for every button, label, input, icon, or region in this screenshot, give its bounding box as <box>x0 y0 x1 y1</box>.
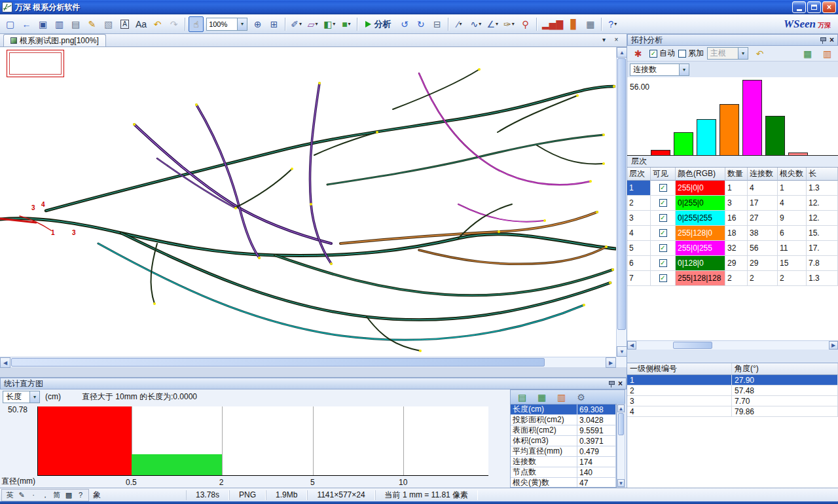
stats-row[interactable]: 节点数140 <box>511 467 616 478</box>
root-type-select[interactable]: 主根▾ <box>707 47 748 60</box>
topology-table-scrollbar[interactable]: ◀ ▶ <box>627 340 838 350</box>
stats-scrollbar[interactable]: ▲ ▼ <box>617 404 625 488</box>
tab-list-button[interactable]: ▾ <box>599 35 609 44</box>
stats-row[interactable]: 连接数174 <box>511 457 616 467</box>
topo-chart-icon[interactable]: ▥ <box>820 46 835 62</box>
grid-icon[interactable]: ▦ <box>583 16 598 32</box>
auto-checkbox[interactable]: ✓自动 <box>649 48 675 59</box>
undo-icon[interactable]: ↶ <box>150 16 165 32</box>
scroll-up-button[interactable]: ▲ <box>617 405 625 412</box>
topo-table-row[interactable]: 7✓255|128|1282221.3 <box>627 271 838 286</box>
scroll-left-button[interactable]: ◀ <box>627 341 636 350</box>
visible-checkbox[interactable]: ✓ <box>659 244 667 252</box>
ime-pen-button[interactable]: ✎ <box>16 490 27 500</box>
back-icon[interactable]: ← <box>19 16 34 32</box>
metric-select[interactable]: 连接数▾ <box>630 63 689 76</box>
angle-table-row[interactable]: 127.90 <box>627 375 838 386</box>
auto-checkbox-box[interactable]: ✓ <box>649 50 657 58</box>
scroll-up-button[interactable]: ▲ <box>617 47 627 58</box>
visible-checkbox[interactable]: ✓ <box>659 274 667 282</box>
angle-tool-icon[interactable]: ∠▾ <box>484 16 500 32</box>
save-icon[interactable]: ▣ <box>35 16 50 32</box>
chart-settings-icon[interactable]: ⚙ <box>574 389 589 405</box>
ime-toolbar[interactable]: 英✎·，简▩? <box>1 489 89 501</box>
topo-table-row[interactable]: 5✓255|0|25532561117. <box>627 241 838 256</box>
minimize-button[interactable] <box>792 1 806 13</box>
hand-tool-icon[interactable]: ☝ <box>189 16 204 32</box>
topo-table-row[interactable]: 2✓0|255|0317412. <box>627 196 838 211</box>
tab-close-button[interactable]: × <box>611 35 621 44</box>
save-as-icon[interactable]: ▥ <box>52 16 67 32</box>
maximize-button[interactable] <box>807 1 821 13</box>
stats-row[interactable]: 平均直径(mm)0.479 <box>511 446 616 457</box>
histogram-metric-select-arrow-icon[interactable]: ▾ <box>29 391 39 403</box>
vertical-scroll-thumb[interactable] <box>617 58 626 330</box>
stats-row[interactable]: 投影面积(cm2)3.0428 <box>511 415 616 425</box>
close-panel-button[interactable]: × <box>829 36 834 44</box>
zoom-dropdown-arrow-icon[interactable]: ▾ <box>237 18 247 30</box>
help-icon[interactable]: ?▾ <box>605 16 620 32</box>
visible-checkbox[interactable]: ✓ <box>659 214 667 222</box>
text-box-icon[interactable]: A <box>117 16 132 32</box>
ime-dot-button[interactable]: · <box>28 490 39 500</box>
ime-settings-button[interactable]: ? <box>75 490 86 500</box>
paste-icon[interactable]: ▧ <box>101 16 116 32</box>
accumulate-checkbox[interactable]: 累加 <box>678 48 704 59</box>
accumulate-checkbox-box[interactable] <box>678 50 686 58</box>
scroll-right-button[interactable]: ▶ <box>606 357 616 368</box>
ime-keyboard-button[interactable]: ▩ <box>64 490 74 500</box>
topo-table-row[interactable]: 1✓255|0|01411.3 <box>627 181 838 196</box>
stats-row[interactable]: 长度(cm)69.308 <box>511 405 616 415</box>
edit-pencil-icon[interactable]: ✎ <box>84 16 100 32</box>
analyze-button[interactable]: 分析 <box>361 16 395 32</box>
stats-row[interactable]: 表面积(cm2)9.5591 <box>511 425 616 436</box>
visible-checkbox[interactable]: ✓ <box>659 259 667 267</box>
redo-icon[interactable]: ↷ <box>166 16 181 32</box>
chart-icon[interactable]: ▊ <box>566 16 581 32</box>
rotate-right-icon[interactable]: ↻ <box>413 16 428 32</box>
stats-row[interactable]: 根尖(黄)数47 <box>511 478 616 488</box>
export-image-icon[interactable]: ▤ <box>515 389 530 405</box>
scroll-down-button[interactable]: ▼ <box>617 346 627 357</box>
visible-checkbox[interactable]: ✓ <box>659 229 667 237</box>
ime-lang-button[interactable]: 英 <box>5 490 15 500</box>
region-tool-icon[interactable]: ▱▾ <box>305 16 320 32</box>
pin-panel-button[interactable] <box>608 380 615 387</box>
topo-table-row[interactable]: 4✓255|128|01838615. <box>627 226 838 241</box>
canvas-vertical-scrollbar[interactable]: ▲ ▼ <box>616 47 627 357</box>
topo-undo-icon[interactable]: ↶ <box>752 46 767 62</box>
pin-panel-button[interactable] <box>820 37 827 44</box>
measure-tool-icon[interactable]: ✐▾ <box>289 16 304 32</box>
shape-tool-icon[interactable]: ■▾ <box>338 16 354 32</box>
scroll-thumb[interactable] <box>673 342 712 349</box>
zoom-fit-icon[interactable]: ⊞ <box>266 16 282 32</box>
curve-tool-icon[interactable]: ∿▾ <box>468 16 483 32</box>
rotate-left-icon[interactable]: ↺ <box>397 16 412 32</box>
export-excel-icon[interactable]: ▦ <box>534 389 549 405</box>
magnifier-icon[interactable]: ⚲ <box>518 16 533 32</box>
scroll-down-button[interactable]: ▼ <box>617 479 625 487</box>
print-icon[interactable]: ▤ <box>68 16 83 32</box>
mark-tool-icon[interactable]: ✱ <box>630 46 646 62</box>
font-icon[interactable]: Aa <box>134 16 149 32</box>
zoom-input[interactable] <box>207 20 237 29</box>
line-tool-icon[interactable]: ∕▾ <box>452 16 467 32</box>
angle-table-row[interactable]: 479.86 <box>627 406 838 417</box>
zoom-in-icon[interactable]: ⊕ <box>250 16 265 32</box>
histogram-metric-select[interactable]: 长度▾ <box>3 391 40 403</box>
color-tool-icon[interactable]: ◧▾ <box>321 16 337 32</box>
histogram-icon[interactable]: ▂▅▇ <box>540 16 565 32</box>
export-table-icon[interactable]: ▦ <box>800 46 815 62</box>
scroll-right-button[interactable]: ▶ <box>829 341 838 350</box>
pen-tool-icon[interactable]: ✑▾ <box>501 16 517 32</box>
ime-simplified-button[interactable]: 简 <box>52 490 62 500</box>
close-button[interactable]: × <box>822 1 836 13</box>
ime-comma-button[interactable]: ， <box>40 490 50 500</box>
chart-type-icon[interactable]: ▥ <box>554 389 569 405</box>
canvas-horizontal-scrollbar[interactable]: ◀ ▶ <box>0 357 616 367</box>
close-panel-button[interactable]: × <box>618 380 623 387</box>
document-tab[interactable]: 根系测试图.png[100%] <box>3 34 106 46</box>
stats-row[interactable]: 体积(cm3)0.3971 <box>511 436 616 446</box>
metric-select-arrow-icon[interactable]: ▾ <box>679 64 689 75</box>
root-image-canvas[interactable]: 3413 <box>0 47 616 357</box>
